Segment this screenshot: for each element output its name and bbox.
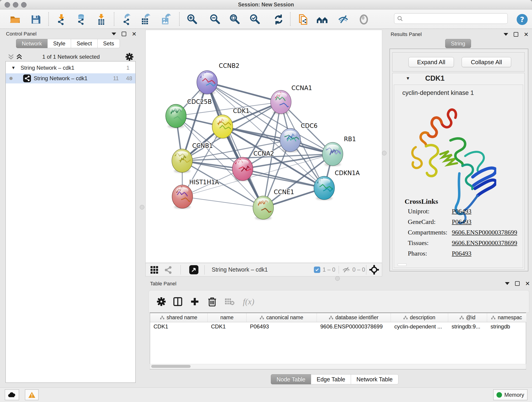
crosslink-link[interactable]: 9606.ENSP00000378699 — [452, 239, 517, 247]
export-network-icon[interactable] — [121, 13, 133, 26]
open-session-icon[interactable] — [9, 13, 21, 26]
zoom-in-icon[interactable] — [186, 13, 198, 26]
collection-expand-icon[interactable]: ▼ — [11, 65, 16, 70]
collapse-all-networks-icon[interactable] — [8, 53, 14, 60]
network-node-rb1[interactable]: RB1 — [322, 136, 356, 166]
collapse-all-button[interactable]: Collapse All — [462, 57, 511, 67]
gene-collapse-icon[interactable]: ▼ — [406, 76, 410, 81]
column-header[interactable]: @id — [448, 313, 487, 322]
show-all-icon[interactable] — [358, 13, 370, 26]
expand-collapse-box: Expand All Collapse All — [392, 52, 525, 71]
panel-menu-icon[interactable] — [504, 33, 508, 36]
network-node-cdc25b[interactable]: CDC25B — [166, 98, 212, 128]
scrollbar-thumb[interactable] — [151, 365, 191, 368]
network-node-cdkn1a[interactable]: CDKN1A — [314, 170, 360, 200]
hide-selected-icon[interactable] — [337, 13, 349, 26]
first-neighbors-icon[interactable] — [316, 13, 328, 26]
panel-float-icon[interactable] — [514, 32, 518, 37]
network-tree: ▼ String Network – cdk1 1 String Network… — [6, 61, 136, 383]
table-cell[interactable]: P06493 — [247, 322, 317, 331]
add-column-icon[interactable] — [189, 296, 201, 307]
tab-network-table[interactable]: Network Table — [351, 374, 399, 384]
network-row[interactable]: String Network – cdk1 11 48 — [6, 73, 135, 83]
table-cell[interactable]: 9606.ENSP00000378699 — [317, 322, 391, 331]
expand-all-networks-icon[interactable] — [16, 53, 22, 60]
save-session-icon[interactable] — [30, 13, 42, 26]
tab-style[interactable]: Style — [47, 39, 71, 48]
table-cell[interactable]: stringdb:9... — [448, 322, 487, 331]
zoom-selected-icon[interactable] — [249, 13, 261, 26]
network-view-canvas[interactable]: CCNB2CCNA1CDC25BCDK1CDC6RB1CCNB1CCNA2CDK… — [146, 30, 382, 263]
function-builder-icon[interactable]: f(x) — [239, 296, 258, 307]
help-icon[interactable]: ? — [516, 13, 528, 26]
panel-close-icon[interactable]: ✕ — [524, 32, 529, 36]
update-network-icon[interactable] — [273, 13, 285, 26]
zoom-fit-content-icon[interactable] — [229, 13, 241, 26]
crosslink-link[interactable]: 9606.ENSP00000378699 — [452, 229, 517, 236]
panel-menu-icon[interactable] — [112, 32, 116, 35]
bottom-splitter-handle[interactable] — [335, 276, 340, 281]
birds-eye-toggle-icon[interactable] — [369, 265, 379, 274]
import-network-from-file-icon[interactable] — [56, 13, 67, 26]
crosslink-link[interactable]: P06493 — [452, 218, 472, 225]
grid-view-icon[interactable] — [150, 266, 158, 274]
panel-close-icon[interactable]: ✕ — [525, 282, 530, 285]
gene-section-header[interactable]: ▼ CDK1 — [393, 73, 525, 84]
panel-float-icon[interactable] — [122, 32, 126, 36]
network-graph[interactable]: CCNB2CCNA1CDC25BCDK1CDC6RB1CCNB1CCNA2CDK… — [146, 30, 382, 263]
string-results-container: Expand All Collapse All ▼ CDK1 cyclin-de… — [389, 49, 528, 271]
new-network-from-selection-icon[interactable] — [298, 13, 309, 26]
right-splitter-handle[interactable] — [382, 151, 386, 155]
network-options-gear-icon[interactable] — [126, 53, 133, 61]
network-overview-icon[interactable] — [164, 266, 173, 274]
column-header[interactable]: shared name — [150, 313, 208, 322]
cloud-status-button[interactable] — [5, 389, 19, 400]
search-input[interactable] — [403, 15, 502, 22]
panel-menu-icon[interactable] — [505, 282, 510, 285]
import-table-from-file-icon[interactable] — [95, 13, 107, 26]
table-cell[interactable]: CDK1 — [208, 322, 247, 331]
search-field[interactable] — [394, 13, 508, 24]
tab-node-table[interactable]: Node Table — [271, 374, 311, 384]
table-options-gear-icon[interactable] — [156, 296, 167, 307]
horizontal-scrollbar-thumb[interactable] — [398, 264, 406, 266]
network-collection-row[interactable]: ▼ String Network – cdk1 1 — [6, 63, 135, 73]
table-cell[interactable]: CDK1 — [150, 322, 208, 331]
network-node-ccna1[interactable]: CCNA1 — [271, 85, 312, 114]
detach-view-icon[interactable] — [189, 265, 198, 274]
tab-network[interactable]: Network — [16, 39, 48, 48]
panel-close-icon[interactable]: ✕ — [132, 32, 137, 36]
results-panel: Results Panel ✕ String Expand All Collap… — [388, 29, 530, 271]
memory-button[interactable]: Memory — [493, 389, 527, 400]
table-cell[interactable]: cyclin-dependent ... — [391, 322, 448, 331]
import-network-from-database-icon[interactable] — [75, 13, 87, 26]
crosslink-link[interactable]: P06493 — [452, 250, 472, 257]
crosslink-label: Pharos: — [408, 250, 427, 257]
export-table-icon[interactable] — [139, 13, 151, 26]
column-header[interactable]: description — [391, 313, 448, 322]
selected-checkbox-icon[interactable] — [314, 267, 320, 273]
panel-float-icon[interactable] — [515, 281, 520, 286]
left-splitter-handle[interactable] — [140, 205, 144, 210]
expand-all-button[interactable]: Expand All — [409, 57, 454, 67]
column-header[interactable]: name — [208, 313, 247, 322]
export-image-icon[interactable] — [159, 13, 171, 26]
table-horizontal-scrollbar[interactable] — [150, 364, 526, 369]
network-node-ccnb1[interactable]: CCNB1 — [172, 142, 213, 173]
network-node-hist1h1a[interactable]: HIST1H1A — [172, 179, 219, 209]
tab-select[interactable]: Select — [71, 39, 98, 48]
delete-table-icon[interactable] — [224, 296, 235, 307]
table-cell[interactable]: stringdb — [487, 322, 526, 331]
network-selection-status: 1 of 1 Network selected — [27, 54, 114, 60]
zoom-out-icon[interactable] — [209, 13, 221, 26]
column-header[interactable]: canonical name — [247, 313, 317, 322]
tab-sets[interactable]: Sets — [97, 39, 120, 48]
show-columns-icon[interactable] — [172, 296, 184, 307]
crosslink-link[interactable]: P06493 — [452, 208, 472, 215]
tab-edge-table[interactable]: Edge Table — [311, 374, 351, 384]
column-header[interactable]: database identifier — [317, 313, 391, 322]
column-header[interactable]: namespac — [487, 313, 526, 322]
delete-column-trash-icon[interactable] — [206, 296, 218, 307]
warnings-button[interactable] — [25, 389, 38, 400]
tab-string[interactable]: String — [445, 39, 471, 48]
